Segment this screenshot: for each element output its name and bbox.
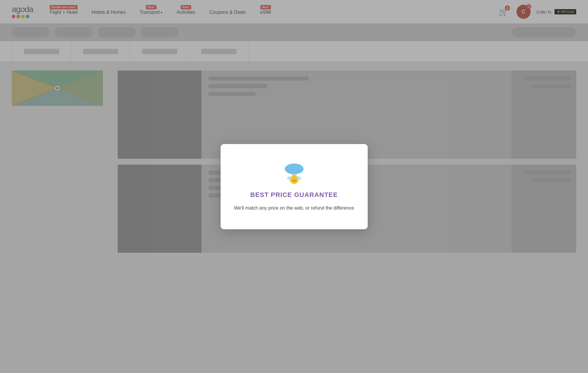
- modal-title: BEST PRICE GUARANTEE: [250, 191, 338, 199]
- svg-point-9: [285, 163, 304, 174]
- svg-point-20: [291, 173, 292, 174]
- modal-overlay: BEST PRICE GUARANTEE We'll match any pri…: [0, 0, 588, 373]
- modal-mascot: [279, 162, 309, 185]
- modal-subtitle: We'll match any price on the web, or ref…: [234, 205, 354, 212]
- mascot-svg: [279, 160, 309, 187]
- svg-point-15: [293, 178, 293, 179]
- svg-point-22: [297, 173, 298, 174]
- best-price-modal: BEST PRICE GUARANTEE We'll match any pri…: [221, 144, 368, 229]
- svg-point-16: [296, 178, 296, 179]
